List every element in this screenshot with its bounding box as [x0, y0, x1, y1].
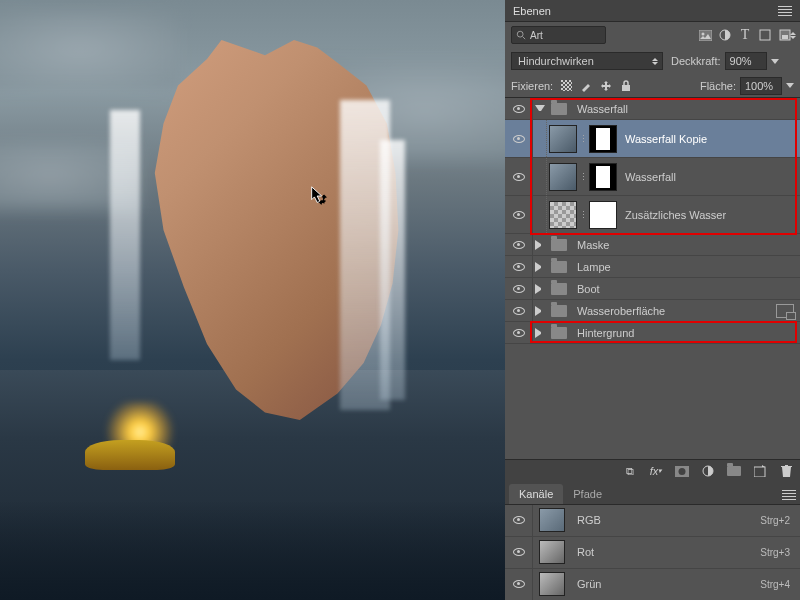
layer-actions-icon[interactable] [776, 304, 794, 318]
visibility-toggle[interactable] [505, 278, 533, 299]
disclosure-icon[interactable] [535, 328, 545, 338]
layer-name[interactable]: Wasserfall Kopie [625, 133, 707, 145]
layer-group-row[interactable]: Maske [505, 234, 800, 256]
channel-thumbnail [539, 508, 565, 532]
svg-rect-5 [760, 30, 770, 40]
filter-type-icon[interactable]: T [736, 27, 754, 43]
lock-pixels-icon[interactable] [579, 79, 593, 93]
lock-row: Fixieren: Fläche: 100% [505, 74, 800, 98]
channel-name: Rot [577, 546, 594, 558]
layer-row[interactable]: ⋮Wasserfall Kopie [505, 120, 800, 158]
panel-menu-icon[interactable] [782, 490, 796, 500]
mask-link-icon[interactable]: ⋮ [579, 210, 587, 220]
tab-channels[interactable]: Kanäle [509, 484, 563, 504]
layer-name[interactable]: Wasseroberfläche [577, 305, 665, 317]
channel-row[interactable]: GrünStrg+4 [505, 569, 800, 601]
new-group-icon[interactable] [726, 464, 742, 478]
channel-shortcut: Strg+4 [760, 579, 790, 590]
visibility-toggle[interactable] [505, 234, 533, 255]
visibility-toggle[interactable] [505, 537, 533, 568]
channel-row[interactable]: RotStrg+3 [505, 537, 800, 569]
visibility-toggle[interactable] [505, 322, 533, 343]
visibility-toggle[interactable] [505, 196, 533, 233]
lock-transparency-icon[interactable] [559, 79, 573, 93]
mask-thumbnail[interactable] [589, 163, 617, 191]
visibility-toggle[interactable] [505, 569, 533, 600]
filter-pixel-icon[interactable] [696, 27, 714, 43]
layer-row[interactable]: ⋮Zusätzliches Wasser [505, 196, 800, 234]
layer-name[interactable]: Hintergrund [577, 327, 634, 339]
visibility-toggle[interactable] [505, 256, 533, 277]
visibility-toggle[interactable] [505, 505, 533, 536]
layer-name[interactable]: Boot [577, 283, 600, 295]
layer-name[interactable]: Wasserfall [577, 103, 628, 115]
blend-mode-row: Hindurchwirken Deckkraft: 90% [505, 48, 800, 74]
opacity-label: Deckkraft: [671, 55, 721, 67]
svg-point-3 [701, 32, 704, 35]
eye-icon [513, 211, 525, 219]
layer-fx-icon[interactable]: fx▾ [648, 464, 664, 478]
svg-rect-8 [561, 80, 572, 91]
layer-name[interactable]: Lampe [577, 261, 611, 273]
blend-mode-dropdown[interactable]: Hindurchwirken [511, 52, 663, 70]
lock-position-icon[interactable] [599, 79, 613, 93]
svg-rect-11 [622, 85, 630, 91]
add-mask-icon[interactable] [674, 464, 690, 478]
layers-panel-title: Ebenen [513, 5, 778, 17]
disclosure-icon[interactable] [535, 306, 545, 316]
layer-filter-kind[interactable]: Art [511, 26, 606, 44]
layers-panel-header: Ebenen [505, 0, 800, 22]
fill-slider-icon[interactable] [786, 83, 794, 88]
disclosure-icon[interactable] [535, 262, 545, 272]
fill-value[interactable]: 100% [740, 77, 782, 95]
visibility-toggle[interactable] [505, 98, 533, 119]
document-canvas[interactable] [0, 0, 505, 600]
layer-group-row[interactable]: Wasserfall [505, 98, 800, 120]
visibility-toggle[interactable] [505, 158, 533, 195]
layer-thumbnail[interactable] [549, 201, 577, 229]
layer-group-row[interactable]: Hintergrund [505, 322, 800, 344]
disclosure-icon[interactable] [535, 105, 545, 115]
layer-name[interactable]: Maske [577, 239, 609, 251]
delete-layer-icon[interactable] [778, 464, 794, 478]
opacity-value[interactable]: 90% [725, 52, 767, 70]
visibility-toggle[interactable] [505, 120, 533, 157]
mask-link-icon[interactable]: ⋮ [579, 134, 587, 144]
add-adjustment-icon[interactable] [700, 464, 716, 478]
new-layer-icon[interactable] [752, 464, 768, 478]
layer-thumbnail[interactable] [549, 163, 577, 191]
eye-icon [513, 580, 525, 588]
link-layers-icon[interactable]: ⧉ [622, 464, 638, 478]
lock-label: Fixieren: [511, 80, 553, 92]
channel-shortcut: Strg+3 [760, 547, 790, 558]
opacity-slider-icon[interactable] [771, 59, 779, 64]
disclosure-icon[interactable] [535, 284, 545, 294]
panel-menu-icon[interactable] [778, 6, 792, 16]
filter-adjust-icon[interactable] [716, 27, 734, 43]
layer-row[interactable]: ⋮Wasserfall [505, 158, 800, 196]
layer-group-row[interactable]: Boot [505, 278, 800, 300]
layer-group-row[interactable]: Wasseroberfläche [505, 300, 800, 322]
mask-thumbnail[interactable] [589, 125, 617, 153]
eye-icon [513, 263, 525, 271]
layer-name[interactable]: Wasserfall [625, 171, 676, 183]
lock-all-icon[interactable] [619, 79, 633, 93]
disclosure-icon[interactable] [535, 240, 545, 250]
layer-thumbnail[interactable] [549, 125, 577, 153]
mask-thumbnail[interactable] [589, 201, 617, 229]
filter-shape-icon[interactable] [756, 27, 774, 43]
layers-list[interactable]: Wasserfall⋮Wasserfall Kopie⋮Wasserfall⋮Z… [505, 98, 800, 459]
layer-name[interactable]: Zusätzliches Wasser [625, 209, 726, 221]
channels-tabs: Kanäle Pfade [505, 483, 800, 505]
mask-link-icon[interactable]: ⋮ [579, 172, 587, 182]
layer-group-row[interactable]: Lampe [505, 256, 800, 278]
eye-icon [513, 241, 525, 249]
visibility-toggle[interactable] [505, 300, 533, 321]
folder-icon [551, 261, 567, 273]
tab-paths[interactable]: Pfade [563, 484, 612, 504]
channel-name: RGB [577, 514, 601, 526]
channels-list[interactable]: RGBStrg+2RotStrg+3GrünStrg+4BlauStrg+5Wa… [505, 505, 800, 601]
svg-line-1 [523, 37, 526, 40]
channel-name: Grün [577, 578, 601, 590]
channel-row[interactable]: RGBStrg+2 [505, 505, 800, 537]
